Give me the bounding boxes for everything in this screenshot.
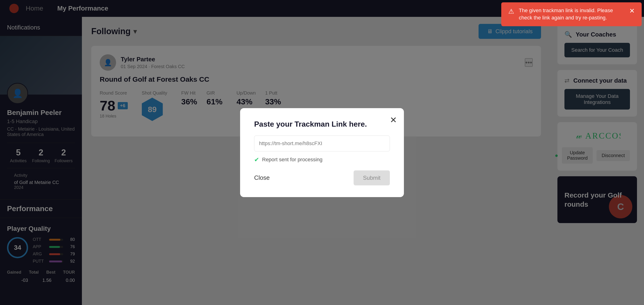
modal-title: Paste your Trackman Link here.: [254, 120, 390, 128]
modal-actions: Close Submit: [254, 170, 390, 186]
warning-icon: ⚠: [508, 8, 514, 15]
modal-success-message: ✔ Report sent for processing: [254, 156, 390, 164]
success-check-icon: ✔: [254, 156, 259, 164]
error-close-icon[interactable]: ✕: [629, 7, 635, 15]
trackman-modal: Paste your Trackman Link here. ✕ ✔ Repor…: [240, 108, 404, 197]
success-text: Report sent for processing: [262, 156, 322, 163]
modal-submit-button[interactable]: Submit: [354, 170, 390, 186]
modal-overlay[interactable]: Paste your Trackman Link here. ✕ ✔ Repor…: [0, 0, 644, 305]
error-banner: ⚠ The given trackman link is invalid. Pl…: [501, 2, 642, 26]
modal-close-button[interactable]: ✕: [390, 115, 397, 125]
error-message: The given trackman link is invalid. Plea…: [519, 7, 620, 22]
modal-close-text-button[interactable]: Close: [254, 174, 270, 182]
trackman-link-input[interactable]: [254, 136, 390, 152]
